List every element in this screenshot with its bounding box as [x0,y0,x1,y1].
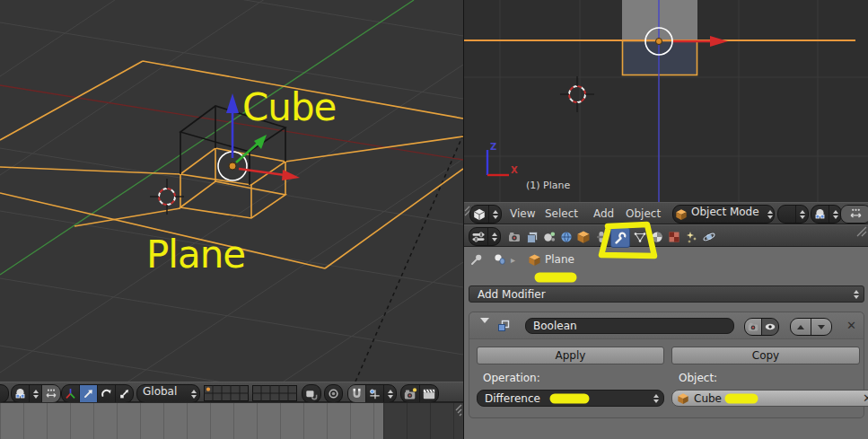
scale-manipulator-button[interactable] [115,385,133,402]
operation-arrows [652,394,660,403]
tab-particles[interactable] [682,227,700,246]
tab-world[interactable] [557,227,575,246]
tab-render-layers[interactable] [523,227,541,246]
shading-arrows [795,206,808,223]
expand-triangle-icon[interactable] [480,323,489,340]
shading-sphere-icon [778,206,795,223]
tab-texture[interactable] [665,227,683,246]
opengl-render-group [400,384,439,403]
move-modifier-down-button[interactable] [811,319,831,335]
object-label: Object: [679,372,717,384]
object-cube-icon [528,253,541,267]
gizmo-z-label: Z [490,142,496,152]
viewport-3d-perspective[interactable]: Cube Plane [0,0,463,382]
opengl-render-button[interactable] [401,385,419,402]
gizmo-x-label: X [511,165,518,175]
viewport-front-header: View Select Add Object Object Mode [464,202,868,224]
tab-object[interactable] [574,227,592,246]
editor-type-select-properties[interactable] [469,227,501,246]
apply-button[interactable]: Apply [477,347,664,364]
datablock-icon[interactable] [493,252,507,267]
operation-value: Difference [478,392,652,405]
area-corner-grip-props[interactable] [855,226,867,239]
layers-grid-2[interactable] [252,385,297,401]
opengl-render-animation-button[interactable] [419,385,438,402]
axis-mini-gizmo [487,150,509,175]
modifier-name-value: Boolean [526,320,577,332]
modifier-name-field[interactable]: Boolean [525,318,734,334]
scene-perspective [0,0,463,382]
manipulator-buttons [61,384,134,403]
viewport-shading-select[interactable] [777,205,809,224]
snap-magnet-toggle[interactable] [348,385,365,402]
editor-type-arrows [488,206,501,223]
camera-border-dashed [355,135,463,382]
manipulator-widget-toggle-front[interactable] [840,205,868,224]
translate-manipulator-button[interactable] [79,385,97,402]
menu-view[interactable]: View [510,203,535,224]
properties-editor: ▸ Plane Add Modifier Boolean [464,224,868,439]
object-info-text: (1) Plane [526,180,570,191]
tab-physics[interactable] [700,227,718,246]
mode-value: Object Mode [689,206,765,223]
active-layer-dot [206,388,210,391]
tab-material[interactable] [648,227,666,246]
render-toggle-camera-icon[interactable] [745,319,761,335]
operation-dropdown[interactable]: Difference [477,390,664,407]
editor-type-select-3dview[interactable] [469,205,502,224]
menu-object[interactable]: Object [626,203,661,224]
rotate-manipulator-button[interactable] [97,385,115,402]
menu-add[interactable]: Add [593,203,614,224]
tab-object-data[interactable] [631,227,649,246]
pin-icon[interactable] [469,252,484,267]
area-divider[interactable] [463,0,464,439]
cube-above-plane[interactable] [622,0,697,40]
delete-modifier-button[interactable]: ✕ [846,319,856,332]
pivot-point-select[interactable] [12,385,29,402]
pivot-point-select-front[interactable] [811,205,842,224]
manipulator-x-arrow-front[interactable] [710,36,728,47]
properties-editor-icon [469,228,487,245]
move-modifier-up-button[interactable] [791,319,811,335]
grid-floor [0,0,463,382]
mode-select[interactable]: Object Mode [672,205,775,224]
object-mode-cube-icon [673,206,689,223]
viewport-front-ortho[interactable]: Z X (1) Plane [464,0,868,202]
manipulator-z-arrow[interactable] [226,93,239,113]
object-value: Cube [689,392,863,405]
lock-to-scene-button[interactable] [302,384,321,403]
editor-type-button-partial[interactable] [0,384,9,403]
layers-grid-1[interactable] [204,385,249,401]
proportional-edit-button[interactable] [324,384,343,403]
cube-below-plane[interactable] [623,41,697,75]
pivot-group [11,384,61,403]
copy-button[interactable]: Copy [671,347,860,364]
tab-scene[interactable] [540,227,558,246]
axis-tripod-icon[interactable] [62,385,79,402]
object-field[interactable]: Cube ✕ [671,390,868,407]
properties-editor-arrows [487,228,500,245]
viewport-3d-header: Global [0,382,463,402]
clear-object-button[interactable]: ✕ [863,391,868,405]
add-modifier-dropdown[interactable]: Add Modifier [469,285,864,303]
editor-type-3d-view-icon [470,206,488,223]
tab-modifiers[interactable] [610,227,630,248]
cursor-3d-front[interactable] [560,76,594,112]
breadcrumb-object-name[interactable]: Plane [545,253,574,266]
manipulator-widget-toggle[interactable] [41,385,60,402]
viewport-visibility-eye-icon[interactable] [761,319,778,335]
snap-element-select[interactable] [365,385,383,402]
breadcrumb: ▸ Plane [469,252,574,267]
snap-element-arrows[interactable] [383,385,396,402]
copy-label: Copy [752,349,779,362]
tab-constraints[interactable] [592,227,610,246]
transform-orientation-select[interactable]: Global [136,384,200,403]
mode-arrows [765,206,775,223]
area-resize-grip[interactable] [447,403,462,418]
tab-render[interactable] [505,227,523,246]
pivot-point-arrows[interactable] [29,385,41,402]
menu-select[interactable]: Select [545,203,578,224]
plane-annotation-label: Plane [146,236,245,274]
render-visibility-group [744,318,779,336]
apply-label: Apply [556,349,586,362]
